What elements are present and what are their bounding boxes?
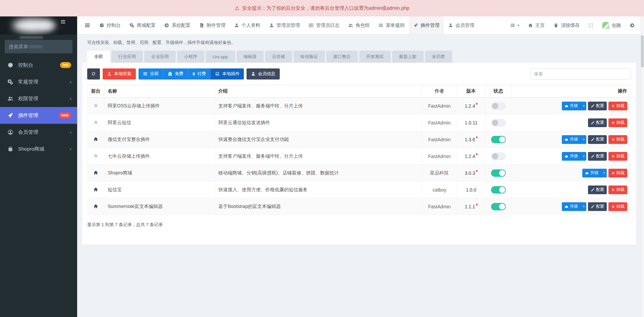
upgrade-split-button: 升级 <box>562 202 586 211</box>
topnav-item-profile[interactable]: 个人资料 <box>230 16 265 34</box>
sidebar-item-dashboard[interactable]: 控制台hot <box>0 57 77 73</box>
tab-miniapp[interactable]: 小程序 <box>177 51 204 63</box>
column-header: 作者 <box>422 85 457 98</box>
status-toggle[interactable] <box>491 153 506 160</box>
nav-overflow-dropdown[interactable]: ▾ <box>506 16 524 34</box>
upgrade-caret-button[interactable] <box>601 169 607 177</box>
status-toggle[interactable] <box>491 119 506 126</box>
tab-uniapp[interactable]: Uni-app <box>206 51 235 63</box>
sidebar-toggle-icon[interactable] <box>60 19 66 24</box>
status-toggle[interactable] <box>491 136 506 143</box>
column-header: 介绍 <box>215 85 422 98</box>
uninstall-button[interactable]: 卸载 <box>608 152 627 161</box>
upgrade-caret-button[interactable] <box>581 102 586 110</box>
local-install-button[interactable]: 本地安装 <box>103 68 136 80</box>
tab-all[interactable]: 全部 <box>87 51 110 63</box>
nav-hamburger-button[interactable] <box>80 16 95 34</box>
nav-home-button[interactable]: 主页 <box>524 16 549 34</box>
security-warning-bar: ⚠ 安全提示：为了你的后台安全，请勿将后台管理入口设置为admin或admin.… <box>0 0 644 16</box>
topnav-item-group[interactable]: 角色组 <box>344 16 374 34</box>
sidebar-item-auth[interactable]: 权限管理‹ <box>0 90 77 107</box>
sidebar-item-general[interactable]: 常规管理‹ <box>0 73 77 90</box>
topnav-item-attachment[interactable]: 附件管理 <box>195 16 230 34</box>
nav-settings-button[interactable] <box>626 16 639 34</box>
table-row: Shopro商城移动端商城、分销(高级授权)、店铺装修、拼团、数据统计星品科技3… <box>88 165 631 181</box>
topnav-item-admin-log[interactable]: 管理员日志 <box>304 16 344 34</box>
refresh-button[interactable] <box>87 68 100 80</box>
config-button[interactable]: 配置 <box>588 102 607 110</box>
topnav-item-label: 插件管理 <box>421 22 439 29</box>
addon-name-cell: 阿里云短信 <box>104 114 215 131</box>
sidebar-item-user[interactable]: 会员管理‹ <box>0 124 77 141</box>
filter-paid-button[interactable]: ¥ 付费 <box>188 68 210 80</box>
tab-industry[interactable]: 行业应用 <box>111 51 143 63</box>
home-icon <box>93 204 98 209</box>
tab-uncategorized[interactable]: 未归类 <box>425 51 452 63</box>
uninstall-button[interactable]: 卸载 <box>608 169 627 177</box>
filter-paid-label: 付费 <box>197 71 206 77</box>
uninstall-button[interactable]: 卸载 <box>608 135 627 144</box>
topnav-items: 控制台商城配置系统配置附件管理个人资料管理员管理管理员日志角色组菜单规则插件管理… <box>95 16 479 34</box>
user-icon <box>234 23 239 28</box>
addon-name-cell: Shopro商城 <box>104 165 215 181</box>
upgrade-button[interactable]: 升级 <box>562 152 581 161</box>
sidebar-item-addon[interactable]: 插件管理new <box>0 107 77 124</box>
status-toggle[interactable] <box>491 102 506 110</box>
upgrade-caret-button[interactable] <box>581 152 586 161</box>
upgrade-button[interactable]: 升级 <box>562 102 581 110</box>
uninstall-label: 卸载 <box>616 103 625 109</box>
addon-actions-cell: 升级配置卸载 <box>512 148 631 165</box>
status-toggle[interactable] <box>491 186 506 194</box>
table-header-row: 前台名称介绍作者版本状态操作 <box>88 85 631 98</box>
tab-editor[interactable]: 编辑器 <box>236 51 264 63</box>
upgrade-button[interactable]: 升级 <box>562 135 581 144</box>
upgrade-caret-button[interactable] <box>581 202 586 211</box>
topnav-item-user[interactable]: 会员管理 <box>444 16 479 34</box>
topnav-item-admin[interactable]: 管理员管理 <box>265 16 304 34</box>
uninstall-button[interactable]: 卸载 <box>608 118 627 127</box>
config-button[interactable]: 配置 <box>588 186 607 194</box>
config-button[interactable]: 配置 <box>588 202 607 211</box>
main-area: 控制台商城配置系统配置附件管理个人资料管理员管理管理员日志角色组菜单规则插件管理… <box>77 16 644 317</box>
tab-api[interactable]: 接口整合 <box>326 51 358 63</box>
topnav-item-dashboard[interactable]: 控制台 <box>95 16 125 34</box>
uninstall-button[interactable]: 卸载 <box>608 186 627 194</box>
upgrade-button[interactable]: 升级 <box>562 202 581 211</box>
tab-cloud-storage[interactable]: 云存储 <box>265 51 292 63</box>
table-body: 阿里OSS云存储上传插件支持客户端直传、服务端中转、分片上传FastAdmin1… <box>88 98 631 215</box>
topnav-item-addon[interactable]: 插件管理 <box>409 16 444 34</box>
addon-status-cell <box>485 131 512 148</box>
addon-status-cell <box>485 98 512 114</box>
tab-devtest[interactable]: 开发测试 <box>359 51 391 63</box>
upgrade-button[interactable]: 升级 <box>582 169 601 177</box>
config-button[interactable]: 配置 <box>588 135 607 144</box>
nav-clear-cache-button[interactable]: 清除缓存 <box>549 16 584 34</box>
page-scrollbar[interactable] <box>640 16 644 317</box>
status-toggle[interactable] <box>491 169 506 177</box>
addon-author-cell: catboy <box>422 181 457 198</box>
config-button[interactable]: 配置 <box>588 152 607 161</box>
table-row: 短信宝快速接入、使用方便、价格低廉的短信服务catboy1.0.0配置卸载 <box>88 181 631 198</box>
topnav-right: ▾ 主页 清除缓存 创颜 <box>506 16 639 34</box>
topnav-item-shop-config[interactable]: 商城配置 <box>125 16 160 34</box>
status-toggle[interactable] <box>491 203 506 210</box>
tab-enterprise[interactable]: 企业应用 <box>144 51 176 63</box>
config-button[interactable]: 配置 <box>588 118 607 127</box>
tab-newest[interactable]: 最新上架 <box>392 51 424 63</box>
config-label: 配置 <box>596 187 604 193</box>
uninstall-button[interactable]: 卸载 <box>608 202 627 211</box>
filter-all-button[interactable]: 全部 <box>139 68 163 80</box>
tab-sms[interactable]: 短信验证 <box>293 51 325 63</box>
member-info-button[interactable]: 会员信息 <box>247 68 280 80</box>
upgrade-caret-button[interactable] <box>581 135 586 144</box>
nav-user-menu[interactable]: 创颜 <box>598 16 626 34</box>
topnav-item-system-config[interactable]: 系统配置 <box>160 16 195 34</box>
table-search-input[interactable] <box>530 68 631 80</box>
nav-fullscreen-button[interactable] <box>584 16 598 34</box>
filter-free-button[interactable]: 免费 <box>163 68 188 80</box>
filter-local-button[interactable]: 本地插件 <box>210 68 244 80</box>
sidebar-item-shopro[interactable]: Shopro商城‹ <box>0 141 77 157</box>
uninstall-button[interactable]: 卸载 <box>608 102 627 110</box>
topnav-item-menu-rule[interactable]: 菜单规则 <box>374 16 409 34</box>
scrollbar-thumb[interactable] <box>641 35 644 67</box>
